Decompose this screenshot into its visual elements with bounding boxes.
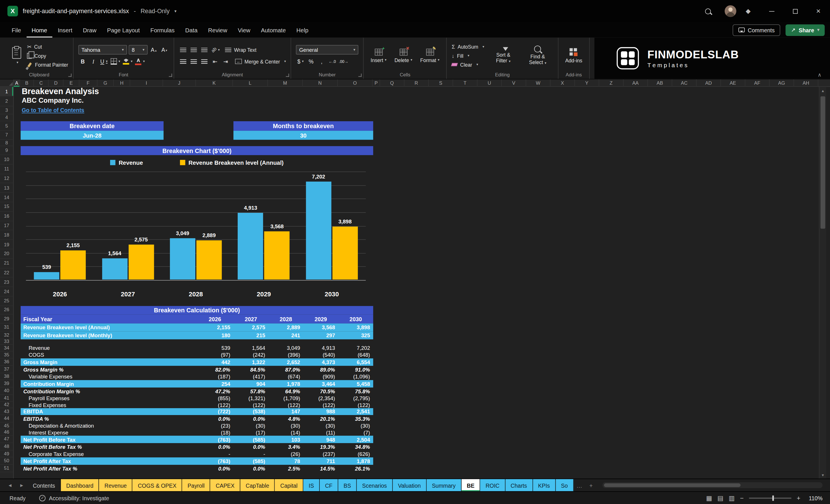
align-right-button[interactable] <box>200 57 209 66</box>
ribbon-tab-page-layout[interactable]: Page Layout <box>102 22 145 38</box>
cell-value[interactable]: (722) <box>196 409 234 414</box>
cell-value[interactable]: (122) <box>233 402 268 408</box>
cell-value[interactable]: 3,464 <box>303 381 338 387</box>
sheet-tab-valuation[interactable]: Valuation <box>393 479 426 492</box>
new-sheet-button[interactable]: + <box>585 479 597 492</box>
cell-value[interactable]: 297 <box>303 333 338 338</box>
zoom-slider[interactable] <box>749 497 791 499</box>
column-header-C[interactable]: C <box>34 80 49 87</box>
cell-value[interactable]: (30) <box>268 423 303 429</box>
excel-app-icon[interactable]: X <box>7 6 18 16</box>
addins-button[interactable]: Add-ins <box>563 48 584 64</box>
increase-font-size-button[interactable]: A <box>149 45 158 54</box>
row-header-21[interactable]: 21 <box>0 259 13 268</box>
row-header-41[interactable]: 41 <box>0 395 13 402</box>
cell-value[interactable]: (2,354) <box>303 396 338 401</box>
cell-value[interactable]: (30) <box>233 423 268 429</box>
calc-row-variable-expenses[interactable]: Variable Expenses(187)(417)(674)(909)(1,… <box>21 373 373 380</box>
cell-value[interactable]: (855) <box>196 396 234 401</box>
cell-value[interactable]: (30) <box>338 423 373 429</box>
cell-value[interactable]: 539 <box>196 345 234 351</box>
cell-value[interactable]: 4.8% <box>268 416 303 421</box>
ribbon-tab-data[interactable]: Data <box>180 22 203 38</box>
page-break-view-button[interactable]: ▥ <box>729 494 735 502</box>
sheet-tab-contents[interactable]: Contents <box>28 479 61 492</box>
calc-row-contribution-margin[interactable]: Contribution Margin %47.2%57.8%64.9%70.5… <box>21 387 373 395</box>
cell-value[interactable]: 64.9% <box>268 388 303 394</box>
cell-value[interactable]: 0.0% <box>196 466 234 471</box>
cell-value[interactable]: 948 <box>303 437 338 442</box>
format-painter-button[interactable]: Format Painter <box>27 61 68 69</box>
cell-value[interactable]: 89.0% <box>303 367 338 372</box>
cell-value[interactable]: (122) <box>196 402 234 408</box>
diamond-icon[interactable]: ◆ <box>746 7 751 15</box>
borders-button[interactable] <box>110 57 121 66</box>
row-header-20[interactable]: 20 <box>0 249 13 259</box>
cell-value[interactable]: (585) <box>233 437 268 442</box>
maximize-button[interactable] <box>784 0 806 22</box>
cell-value[interactable]: 4,913 <box>303 345 338 351</box>
cell-value[interactable]: 78 <box>268 458 303 464</box>
row-header-9[interactable]: 9 <box>0 146 13 155</box>
comma-style-button[interactable]: , <box>317 57 326 66</box>
calc-row-cogs[interactable]: COGS(97)(242)(396)(540)(648) <box>21 351 373 358</box>
calc-row-corporate-tax-expense[interactable]: Corporate Tax Expense--(26)(237)(626) <box>21 450 373 458</box>
calc-row-revenue-breakeven-level-monthly[interactable]: Revenue Breakeven level (Monthly)1802152… <box>21 332 373 340</box>
cell-value[interactable]: (187) <box>196 374 234 380</box>
sheet-tab-bs[interactable]: BS <box>338 479 357 492</box>
cell-value[interactable]: 3,898 <box>338 325 373 330</box>
cell-value[interactable]: 103 <box>268 437 303 442</box>
sheet-tab-payroll[interactable]: Payroll <box>182 479 210 492</box>
row-header-49[interactable]: 49 <box>0 450 13 458</box>
row-label[interactable]: Net Profit After Tax <box>21 458 196 464</box>
scroll-down-icon[interactable]: ▾ <box>822 471 824 478</box>
column-header-V[interactable]: V <box>502 80 526 87</box>
row-header-44[interactable]: 44 <box>0 415 13 422</box>
calc-row-ebitda[interactable]: EBITDA(722)(538)1479882,541 <box>21 408 373 415</box>
calc-row-gross-margin[interactable]: Gross Margin %82.0%84.5%87.0%89.0%91.0% <box>21 366 373 373</box>
column-header-D[interactable]: D <box>49 80 63 87</box>
sheet-tab-roic[interactable]: ROIC <box>480 479 505 492</box>
cell-value[interactable]: - <box>196 451 234 457</box>
calc-row-ebitda[interactable]: EBITDA %0.0%0.0%4.8%20.1%35.3% <box>21 415 373 422</box>
column-header-AG[interactable]: AG <box>770 80 794 87</box>
decrease-decimal-button[interactable]: .00→ <box>338 57 349 66</box>
row-label[interactable]: Net Profit After Tax % <box>21 466 196 471</box>
cell-value[interactable]: 57.8% <box>233 388 268 394</box>
cell-value[interactable]: (237) <box>303 451 338 457</box>
cell-value[interactable]: (30) <box>303 423 338 429</box>
decrease-indent-button[interactable]: ⇤ <box>211 57 219 66</box>
row-header-34[interactable]: 34 <box>0 344 13 351</box>
calc-section-title[interactable]: Breakeven Calculation ($'000) <box>21 306 373 315</box>
italic-button[interactable]: I <box>89 57 98 66</box>
cell-value[interactable]: (648) <box>338 352 373 358</box>
ribbon-tab-formulas[interactable]: Formulas <box>145 22 180 38</box>
company-name-cell[interactable]: ABC Company Inc. <box>22 96 84 105</box>
cell-value[interactable]: (14) <box>268 430 303 435</box>
row-header-8[interactable]: 8 <box>0 140 13 146</box>
row-label[interactable]: Gross Margin <box>21 359 196 365</box>
underline-button[interactable]: U <box>99 57 108 66</box>
cell-value[interactable]: (763) <box>196 437 234 442</box>
calc-row-gross-margin[interactable]: Gross Margin4421,3222,6524,3736,554 <box>21 358 373 366</box>
cell-value[interactable]: (396) <box>268 352 303 358</box>
insert-cells-button[interactable]: + Insert <box>369 48 388 63</box>
calc-row-interest-expense[interactable]: Interest Expense(18)(17)(14)(11)(7) <box>21 429 373 436</box>
number-format-select[interactable]: General <box>296 45 358 54</box>
row-header-43[interactable]: 43 <box>0 408 13 415</box>
cell-value[interactable]: 1,564 <box>233 345 268 351</box>
cell-value[interactable]: 47.2% <box>196 388 234 394</box>
column-header-T[interactable]: T <box>453 80 477 87</box>
row-header-47[interactable]: 47 <box>0 436 13 443</box>
cell-value[interactable]: 4,373 <box>303 359 338 365</box>
row-label[interactable]: EBITDA % <box>21 416 196 421</box>
font-size-select[interactable]: 8 <box>128 45 148 54</box>
column-header-I[interactable]: I <box>130 80 163 87</box>
align-bottom-button[interactable] <box>200 45 209 54</box>
cell-value[interactable]: (763) <box>196 458 234 464</box>
row-label[interactable]: COGS <box>21 352 196 358</box>
sheet-title-cell[interactable]: Breakeven Analysis <box>22 87 99 96</box>
column-header-O[interactable]: O <box>338 80 373 87</box>
calc-row-net-profit-after-tax[interactable]: Net Profit After Tax(763)(585)787111,878 <box>21 458 373 465</box>
row-header-23[interactable]: 23 <box>0 278 13 287</box>
